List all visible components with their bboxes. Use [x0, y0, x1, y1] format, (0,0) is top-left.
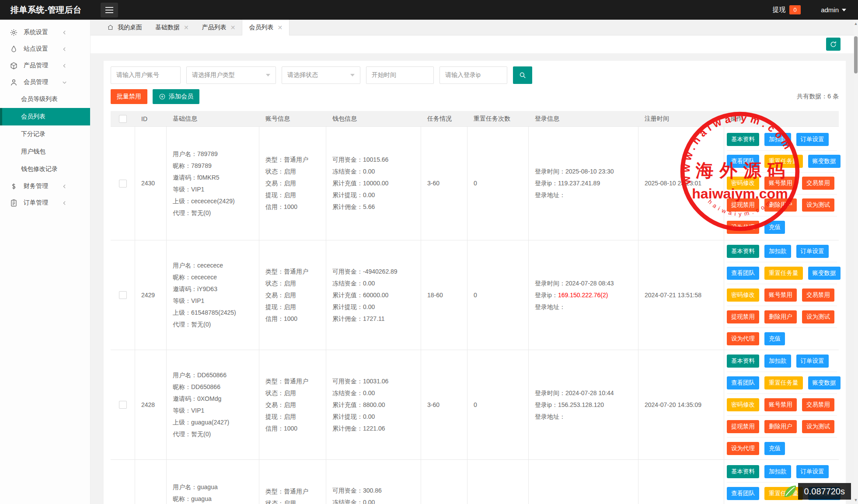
- sidebar-subitem-member-list[interactable]: 会员列表: [0, 108, 90, 125]
- reset-tasks-button[interactable]: 重置任务量: [764, 267, 803, 280]
- login-ip-input[interactable]: 请输入登录ip: [439, 66, 507, 84]
- account-changes-button[interactable]: 账变数据: [808, 267, 841, 280]
- sidebar-item-product-management[interactable]: 产品管理: [0, 57, 90, 74]
- content-toolbar: [91, 35, 858, 53]
- search-button[interactable]: [513, 66, 532, 84]
- sidebar-item-label: 会员管理: [24, 78, 48, 86]
- basic-profile-button[interactable]: 基本资料: [727, 245, 759, 258]
- sidebar-item-site-settings[interactable]: 站点设置: [0, 41, 90, 57]
- column-header-label: 钱包信息: [332, 115, 357, 123]
- admin-user-menu[interactable]: admin: [821, 6, 846, 14]
- disable-withdraw-button[interactable]: 提现禁用: [727, 420, 759, 433]
- row-checkbox-cell: [111, 460, 135, 504]
- account-changes-button[interactable]: 账变数据: [808, 155, 841, 168]
- scroll-up-icon[interactable]: ▲: [854, 21, 858, 27]
- set-agent-button[interactable]: 设为代理: [727, 332, 759, 345]
- order-setup-button[interactable]: 订单设置: [796, 133, 829, 146]
- basic-profile-button[interactable]: 基本资料: [727, 133, 759, 146]
- cube-icon: [10, 62, 18, 70]
- batch-disable-button[interactable]: 批量禁用: [111, 89, 147, 104]
- delete-user-button[interactable]: 删除用户: [764, 420, 797, 433]
- tab-my-desktop[interactable]: 我的桌面: [101, 20, 149, 35]
- row-checkbox[interactable]: [119, 180, 127, 188]
- sidebar-item-finance-management[interactable]: 财务管理: [0, 178, 90, 195]
- close-icon[interactable]: ✕: [277, 24, 283, 31]
- sidebar-subitem-member-level-list[interactable]: 会员等级列表: [0, 90, 90, 108]
- select-all-checkbox[interactable]: [119, 115, 127, 123]
- wallet-info-cell-line: 冻结资金：0.00: [332, 166, 415, 177]
- close-icon[interactable]: ✕: [184, 24, 189, 31]
- order-setup-button[interactable]: 订单设置: [796, 245, 829, 258]
- sidebar-subitem-wallet-change-records[interactable]: 钱包修改记录: [0, 160, 90, 178]
- scroll-down-icon[interactable]: ▼: [854, 497, 858, 503]
- delete-user-button[interactable]: 删除用户: [764, 198, 797, 212]
- change-password-button[interactable]: 密码修改: [727, 398, 759, 411]
- delete-user-button[interactable]: 删除用户: [764, 310, 797, 323]
- order-setup-button[interactable]: 订单设置: [796, 355, 829, 368]
- hamburger-menu-icon[interactable]: [101, 3, 118, 17]
- leaf-icon[interactable]: [782, 483, 798, 499]
- recharge-button[interactable]: 充值: [764, 332, 785, 345]
- add-deduction-button[interactable]: 加扣款: [764, 133, 791, 146]
- basic-profile-button[interactable]: 基本资料: [727, 465, 759, 478]
- basic-info-cell: 用户名：DD650866昵称：DD650866邀请码：0XOMdg等级：VIP1…: [167, 350, 259, 459]
- add-deduction-button[interactable]: 加扣款: [764, 465, 791, 478]
- tab-product-list[interactable]: 产品列表✕: [195, 20, 242, 35]
- refresh-button[interactable]: [826, 38, 841, 51]
- user-type-select[interactable]: 请选择用户类型: [186, 66, 276, 84]
- column-header: 重置任务次数: [467, 111, 529, 126]
- disable-trade-button[interactable]: 交易禁用: [802, 288, 834, 302]
- start-time-input[interactable]: 开始时间: [366, 66, 434, 84]
- app-window: 排单系统-管理后台 提现 0 admin 系统设置站点设置产品管理会员管理会员等…: [0, 0, 858, 504]
- basic-profile-button[interactable]: 基本资料: [727, 355, 759, 368]
- reset-tasks-button[interactable]: 重置任务量: [764, 155, 803, 168]
- view-team-button[interactable]: 查看团队: [727, 376, 759, 389]
- disable-withdraw-button[interactable]: 提现禁用: [727, 198, 759, 212]
- reset-tasks-button[interactable]: 重置任务量: [764, 376, 803, 389]
- recharge-button[interactable]: 充值: [764, 442, 785, 455]
- login-info-line: 登录地址：: [535, 301, 632, 313]
- login-info-line: 登录ip：119.237.241.89: [535, 177, 632, 189]
- set-agent-button[interactable]: 设为代理: [727, 442, 759, 455]
- filter-bar: 请输入用户账号请选择用户类型请选择状态开始时间请输入登录ip: [111, 66, 839, 84]
- change-password-button[interactable]: 密码修改: [727, 177, 759, 190]
- sidebar-item-system-settings[interactable]: 系统设置: [0, 24, 90, 41]
- disable-account-button[interactable]: 账号禁用: [764, 398, 797, 411]
- disable-account-button[interactable]: 账号禁用: [764, 177, 797, 190]
- close-icon[interactable]: ✕: [230, 24, 236, 31]
- view-team-button[interactable]: 查看团队: [727, 487, 759, 500]
- set-test-button[interactable]: 设为测试: [802, 310, 834, 323]
- add-deduction-button[interactable]: 加扣款: [764, 355, 791, 368]
- account-info-cell-line: 提现：启用: [265, 301, 320, 313]
- set-test-button[interactable]: 设为测试: [802, 198, 834, 212]
- row-checkbox[interactable]: [119, 401, 127, 409]
- change-password-button[interactable]: 密码修改: [727, 288, 759, 302]
- register-time-cell: 2024-07-21 13:51:58: [638, 240, 724, 350]
- sidebar-item-order-management[interactable]: 订单管理: [0, 195, 90, 211]
- tab-member-list[interactable]: 会员列表✕: [242, 20, 289, 35]
- sidebar-item-member-management[interactable]: 会员管理: [0, 74, 90, 90]
- set-agent-button[interactable]: 设为代理: [727, 221, 759, 234]
- disable-account-button[interactable]: 账号禁用: [764, 288, 797, 302]
- disable-trade-button[interactable]: 交易禁用: [802, 398, 834, 411]
- account-changes-button[interactable]: 账变数据: [808, 376, 841, 389]
- view-team-button[interactable]: 查看团队: [727, 155, 759, 168]
- withdraw-menu[interactable]: 提现 0: [772, 5, 801, 14]
- add-member-button[interactable]: 添加会员: [153, 89, 199, 104]
- row-checkbox[interactable]: [119, 291, 127, 299]
- add-deduction-button[interactable]: 加扣款: [764, 245, 791, 258]
- set-test-button[interactable]: 设为测试: [802, 420, 834, 433]
- view-team-button[interactable]: 查看团队: [727, 267, 759, 280]
- order-setup-button[interactable]: 订单设置: [796, 465, 829, 478]
- app-title: 排单系统-管理后台: [0, 4, 91, 16]
- tab-basic-data[interactable]: 基础数据✕: [149, 20, 195, 35]
- sidebar-subitem-user-wallet[interactable]: 用户钱包: [0, 143, 90, 160]
- vertical-scrollbar[interactable]: ▲ ▼: [854, 20, 858, 504]
- recharge-button[interactable]: 充值: [764, 221, 785, 234]
- disable-withdraw-button[interactable]: 提现禁用: [727, 310, 759, 323]
- scrollbar-thumb[interactable]: [854, 36, 858, 73]
- sidebar-subitem-downscore-records[interactable]: 下分记录: [0, 125, 90, 143]
- disable-trade-button[interactable]: 交易禁用: [802, 177, 834, 190]
- user-account-input[interactable]: 请输入用户账号: [111, 66, 181, 84]
- status-select[interactable]: 请选择状态: [282, 66, 360, 84]
